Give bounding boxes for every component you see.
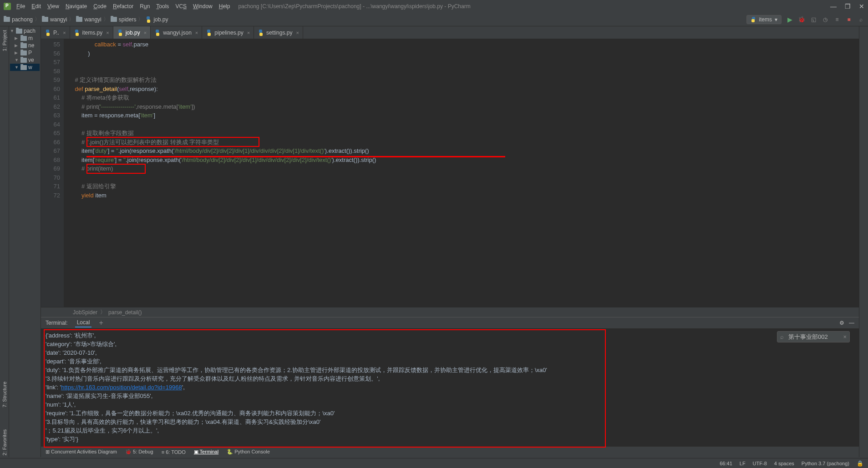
bc-root[interactable]: pachong <box>4 16 33 23</box>
code-line[interactable]: callback = self.parse <box>68 40 859 49</box>
terminal-line: 'type': '实习'} <box>46 435 854 443</box>
tree-row[interactable]: ▼w <box>10 64 40 71</box>
file-icon <box>258 30 264 36</box>
tree-row[interactable]: ▶m <box>10 35 40 42</box>
stop-button[interactable]: ■ <box>845 16 853 23</box>
terminal-search[interactable]: 第十事业部002 <box>777 331 850 342</box>
menu-help[interactable]: Help <box>219 3 230 10</box>
editor-tab[interactable]: P..× <box>41 26 70 39</box>
bottom-tab[interactable]: 🐞 5: Debug <box>125 449 153 455</box>
menu-vcs[interactable]: VCS <box>175 3 187 10</box>
menu-run[interactable]: Run <box>140 3 150 10</box>
menu-navigate[interactable]: Navigate <box>66 3 87 10</box>
code[interactable]: callback = self.parse ) # 定义详情页面的数据解析方法 … <box>64 39 859 307</box>
close-icon[interactable]: ✕ <box>859 3 864 10</box>
bottom-tab[interactable]: ▣ Terminal <box>194 449 218 455</box>
menu-tools[interactable]: Tools <box>156 3 169 10</box>
tree-row[interactable]: ▼ve <box>10 56 40 64</box>
indent-setting[interactable]: 4 spaces <box>774 461 794 466</box>
bc-1[interactable]: wangyi <box>42 16 67 23</box>
editor-tab[interactable]: wangyi.json× <box>151 26 202 39</box>
bc-3[interactable]: spiders <box>111 16 137 23</box>
terminal-line: 'link': 'https://hr.163.com/position/det… <box>46 383 854 392</box>
code-line[interactable]: item = response.meta['item'] <box>68 111 859 120</box>
terminal-body[interactable]: 第十事业部002 {'address': '杭州市', 'category': … <box>41 328 859 446</box>
bc-file[interactable]: job.py <box>145 16 168 23</box>
menu-code[interactable]: Code <box>93 3 107 10</box>
coverage-button[interactable]: ◱ <box>810 16 817 23</box>
file-encoding[interactable]: UTF-8 <box>753 461 767 466</box>
lock-icon[interactable]: 🔒 <box>857 460 863 467</box>
code-line[interactable]: # ''.join()方法可以把列表中的数据 转换成 字符串类型 <box>68 138 859 147</box>
project-panel: ▼pach▶m▶ne▶P▼ve▼w <box>9 26 41 457</box>
minimize-panel-icon[interactable]: — <box>849 320 854 326</box>
tree-row[interactable]: ▶ne <box>10 42 40 49</box>
profiler-button[interactable]: ◷ <box>822 16 829 23</box>
editor-tab[interactable]: job.py× <box>113 26 151 39</box>
code-line[interactable]: item['duty'] = ''.join(response.xpath('/… <box>68 146 859 156</box>
bottom-tab[interactable]: ≡ 6: TODO <box>162 449 186 455</box>
editor-breadcrumb: JobSpider 〉 parse_detail() <box>41 307 859 317</box>
project-tree[interactable]: ▼pach▶m▶ne▶P▼ve▼w <box>9 26 41 72</box>
bottom-tab[interactable]: 🐍 Python Console <box>227 449 270 455</box>
search-everywhere-button[interactable]: ⌕ <box>857 16 864 23</box>
python-interpreter[interactable]: Python 3.7 (pachong) <box>802 461 849 466</box>
code-line[interactable]: # 返回给引擎 <box>68 182 859 191</box>
terminal-line: 'depart': '音乐事业部', <box>46 357 854 366</box>
close-tab-icon[interactable]: × <box>195 30 198 35</box>
concurrent-button[interactable]: ≡ <box>833 16 841 23</box>
code-line[interactable] <box>68 173 859 182</box>
run-button[interactable]: ▶ <box>786 16 793 23</box>
terminal-tab-local[interactable]: Local <box>75 318 92 327</box>
left-tool-gutter: 1: Project 7: Structure 2: Favorites <box>0 26 9 457</box>
bc-2[interactable]: wangyi <box>76 16 101 23</box>
code-line[interactable] <box>68 120 859 129</box>
code-line[interactable] <box>68 58 859 67</box>
code-line[interactable]: # 定义详情页面的数据解析方法 <box>68 75 859 85</box>
terminal-line: 'duty': '1.负责各外部推广渠道的商务拓展、运营维护等工作，协助管理已有… <box>46 366 854 374</box>
menu-file[interactable]: File <box>16 3 25 10</box>
editor-tab[interactable]: pipelines.py× <box>202 26 254 39</box>
run-configuration-dropdown[interactable]: items ▾ <box>746 15 782 24</box>
editor-tab[interactable]: items.py× <box>70 26 113 39</box>
file-icon <box>154 30 161 36</box>
code-line[interactable]: # print(item) <box>68 164 859 173</box>
menu-refactor[interactable]: Refactor <box>113 3 133 10</box>
favorites-tool-tab[interactable]: 2: Favorites <box>1 428 8 457</box>
code-line[interactable]: # 将meta传参获取 <box>68 93 859 102</box>
code-line[interactable]: item['require'] = ''.join(response.xpath… <box>68 156 859 165</box>
terminal-line: 'require': '1.工作细致，具备一定的数据分析能力；\xa02.优秀的… <box>46 409 854 418</box>
code-line[interactable]: def parse_detail(self,response): <box>68 85 859 94</box>
close-tab-icon[interactable]: × <box>296 30 299 35</box>
minimize-icon[interactable]: — <box>830 3 837 10</box>
bottom-tab[interactable]: ⊞ Concurrent Activities Diagram <box>46 449 117 455</box>
close-tab-icon[interactable]: × <box>106 30 109 35</box>
close-tab-icon[interactable]: × <box>144 30 147 35</box>
terminal-panel: Terminal: Local + ⚙ — 第十事业部002 {'address… <box>41 317 859 446</box>
bc-sep: 〉 <box>69 15 74 23</box>
debug-button[interactable]: 🐞 <box>798 16 805 23</box>
project-tool-tab[interactable]: 1: Project <box>1 28 8 53</box>
gear-icon[interactable]: ⚙ <box>839 320 844 326</box>
editor-body[interactable]: 555657585960616263646566676869707172 cal… <box>41 39 859 307</box>
cursor-position[interactable]: 66:41 <box>720 461 732 466</box>
menu-edit[interactable]: Edit <box>31 3 41 10</box>
tree-row[interactable]: ▼pach <box>10 27 40 35</box>
editor-tab[interactable]: settings.py× <box>254 26 303 39</box>
file-icon <box>117 30 123 36</box>
menu-view[interactable]: View <box>47 3 59 10</box>
code-line[interactable] <box>68 67 859 76</box>
python-icon <box>751 17 756 22</box>
code-line[interactable]: # print('-----------------',response.met… <box>68 102 859 111</box>
menu-window[interactable]: Window <box>193 3 213 10</box>
code-line[interactable]: yield item <box>68 191 859 200</box>
line-separator[interactable]: LF <box>740 461 746 466</box>
close-tab-icon[interactable]: × <box>63 30 66 35</box>
structure-tool-tab[interactable]: 7: Structure <box>1 380 8 409</box>
code-line[interactable]: # 提取剩余字段数据 <box>68 129 859 138</box>
maximize-icon[interactable]: ❐ <box>845 3 851 10</box>
terminal-add-tab[interactable]: + <box>99 319 103 327</box>
tree-row[interactable]: ▶P <box>10 49 40 56</box>
code-line[interactable]: ) <box>68 49 859 58</box>
close-tab-icon[interactable]: × <box>247 30 250 35</box>
